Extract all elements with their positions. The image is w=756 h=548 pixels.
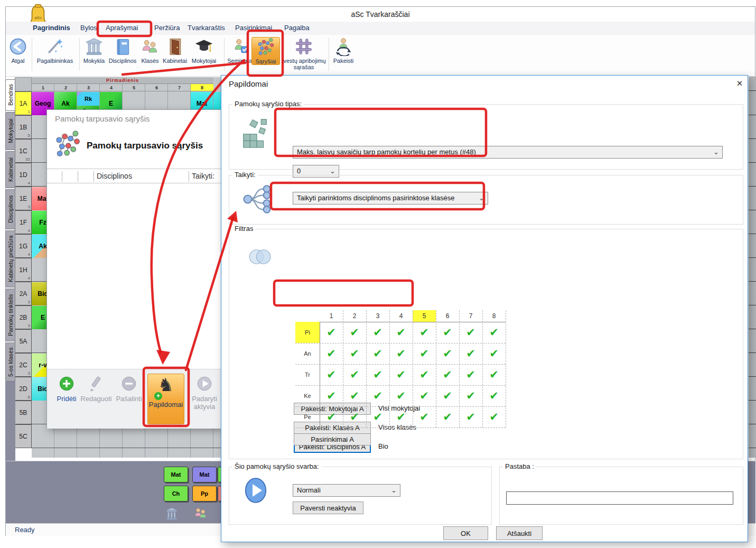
- class-cell-1f[interactable]: 1F4: [15, 210, 32, 234]
- menu-item-pagrindinis[interactable]: Pagrindinis: [33, 24, 70, 32]
- class-cell-5c[interactable]: 5C: [15, 424, 32, 448]
- grid-cell-pi-6[interactable]: ✔: [436, 322, 459, 343]
- grid-cell-tr-6[interactable]: ✔: [436, 364, 459, 385]
- grid-cell-tr-4[interactable]: ✔: [389, 364, 413, 385]
- grid-cell-pe-8[interactable]: ✔: [482, 406, 506, 428]
- class-cell-5a[interactable]: 5A: [15, 329, 32, 353]
- grid-col-header-4[interactable]: 4: [389, 310, 413, 322]
- menu-item-pasirinkimai[interactable]: Pasirinkimai: [235, 24, 272, 32]
- redaguoti-button[interactable]: Redaguoti: [79, 375, 114, 403]
- period-header-5[interactable]: 5: [123, 84, 145, 91]
- grid-cell-pe-6[interactable]: ✔: [436, 406, 459, 428]
- toolbar-button-mokykla[interactable]: Mokykla: [80, 37, 108, 64]
- grid-cell-pi-8[interactable]: ✔: [482, 322, 506, 343]
- column-header-disciplinos[interactable]: Disciplinos: [97, 172, 132, 180]
- grid-cell-pi-3[interactable]: ✔: [366, 322, 389, 343]
- deactivate-button[interactable]: Paversti neaktyvia: [293, 501, 363, 514]
- grid-cell-ke-1[interactable]: ✔: [320, 385, 343, 406]
- grid-col-header-2[interactable]: 2: [343, 310, 366, 322]
- grid-cell-pe-3[interactable]: ✔: [366, 406, 389, 428]
- grid-cell-ke-6[interactable]: ✔: [436, 385, 459, 406]
- grid-cell-ke-2[interactable]: ✔: [343, 385, 366, 406]
- period-header-1[interactable]: 1: [32, 84, 54, 91]
- grid-cell-an-2[interactable]: ✔: [343, 343, 366, 364]
- class-cell-1g[interactable]: 1G4: [15, 234, 32, 258]
- relations-empty-list[interactable]: [47, 183, 221, 369]
- grid-row-header-an[interactable]: An: [295, 343, 320, 364]
- class-cell-1h[interactable]: 1H4: [15, 258, 32, 282]
- close-icon[interactable]: ✕: [734, 78, 745, 89]
- grid-cell-ke-4[interactable]: ✔: [389, 385, 413, 406]
- toolbar-button-disciplinos[interactable]: Disciplinos: [106, 37, 139, 64]
- grid-cell-pi-5[interactable]: ✔: [413, 322, 436, 343]
- period-header-2[interactable]: 2: [54, 84, 77, 91]
- ok-button[interactable]: OK: [443, 526, 488, 540]
- grid-cell-an-4[interactable]: ✔: [389, 343, 413, 364]
- lesson-cell-top[interactable]: Rk: [77, 92, 99, 106]
- grid-row-header-pi[interactable]: Pi: [295, 322, 320, 343]
- column-header-taikyti[interactable]: Taikyti:: [192, 172, 214, 180]
- papildomai-button[interactable]: ♞+Papildomai: [147, 374, 184, 424]
- grid-col-header-6[interactable]: 6: [436, 310, 459, 322]
- card-mat-1[interactable]: Mat: [192, 467, 217, 482]
- sidebar-tab-kabinetai[interactable]: Kabinetai: [5, 151, 15, 188]
- period-header-3[interactable]: 3: [77, 84, 100, 91]
- grid-cell-an-8[interactable]: ✔: [482, 343, 506, 364]
- grid-cell-ke-3[interactable]: ✔: [366, 385, 389, 406]
- class-cell-1c[interactable]: 1C32: [15, 139, 32, 163]
- grid-col-header-1[interactable]: 1: [320, 310, 343, 322]
- grid-col-header-5[interactable]: 5: [413, 310, 436, 322]
- class-cell-5b[interactable]: 5B: [15, 401, 32, 424]
- period-header-8[interactable]: 8: [191, 84, 213, 91]
- grid-col-header-3[interactable]: 3: [366, 310, 389, 322]
- class-cell-1b[interactable]: 1B5: [15, 115, 32, 139]
- toolbar-button-klasės[interactable]: Klasės: [137, 37, 163, 64]
- class-cell-1e[interactable]: 1E3: [15, 187, 32, 210]
- menu-item-pagalba[interactable]: Pagalba: [284, 24, 310, 32]
- grid-col-header-8[interactable]: 8: [482, 310, 506, 322]
- grid-cell-tr-8[interactable]: ✔: [482, 364, 506, 385]
- toolbar-button-pagalbininkas[interactable]: Pagalbininkas: [33, 37, 77, 64]
- grid-cell-an-1[interactable]: ✔: [320, 343, 343, 364]
- grid-cell-pe-7[interactable]: ✔: [459, 406, 482, 428]
- sidebar-tab-mokytojai[interactable]: Mokytojai: [5, 112, 15, 150]
- grid-col-header-7[interactable]: 7: [459, 310, 482, 322]
- importance-dropdown[interactable]: Normali ⌄: [293, 484, 400, 497]
- toolbar-button-mokytojai[interactable]: Mokytojai: [188, 37, 220, 64]
- menu-item-bylos[interactable]: Bylos: [80, 24, 97, 32]
- grid-row-header-ke[interactable]: Ke: [295, 385, 320, 406]
- grid-cell-pe-1[interactable]: ✔: [320, 406, 343, 428]
- period-header-6[interactable]: 6: [145, 84, 168, 91]
- grid-cell-ke-5[interactable]: ✔: [413, 385, 436, 406]
- grid-cell-pi-7[interactable]: ✔: [459, 322, 482, 343]
- card-ch-2[interactable]: Ch: [164, 486, 188, 501]
- menu-item-peržiūra[interactable]: Peržiūra: [154, 24, 180, 32]
- menu-item-tvarkaraštis[interactable]: Tvarkaraštis: [188, 24, 225, 32]
- options-a-button[interactable]: Pasirinkimai A: [294, 433, 371, 445]
- grid-cell-pi-2[interactable]: ✔: [343, 322, 366, 343]
- menu-item-aprašymai[interactable]: Aprašymai: [106, 24, 138, 32]
- period-header-7[interactable]: 7: [168, 84, 191, 91]
- period-header-4[interactable]: 4: [100, 84, 123, 91]
- relation-type-dropdown[interactable]: Maks. laisvų savaičių tarp pamokų kortel…: [293, 146, 723, 159]
- padaryti-aktyvia-button[interactable]: Padarytiaktyvia: [189, 375, 220, 411]
- class-cell-2d[interactable]: 2D6: [15, 377, 32, 401]
- pridėti-button[interactable]: Pridėti: [54, 375, 79, 403]
- class-cell-1d[interactable]: 1D4: [15, 163, 32, 187]
- apply-dropdown[interactable]: Taikyti parinktoms disciplinoms pasirink…: [293, 192, 488, 205]
- grid-cell-an-5[interactable]: ✔: [413, 343, 436, 364]
- grid-cell-tr-7[interactable]: ✔: [459, 364, 482, 385]
- card-pp-3[interactable]: Pp: [192, 486, 217, 501]
- toolbar-button-sąryšiai[interactable]: Sąryšiai: [251, 37, 280, 65]
- grid-cell-ke-7[interactable]: ✔: [459, 385, 482, 406]
- grid-cell-tr-5[interactable]: ✔: [413, 364, 436, 385]
- toolbar-button-įvestų-apribojimų-sąrašas[interactable]: Įvestų apribojimųsąrašas: [279, 37, 328, 70]
- toolbar-button-pakeisti[interactable]: Pakeisti: [329, 37, 358, 64]
- class-cell-2b[interactable]: 2B3: [15, 305, 32, 329]
- grid-cell-tr-3[interactable]: ✔: [366, 364, 389, 385]
- class-cell-2c[interactable]: 2C3: [15, 353, 32, 377]
- cancel-button[interactable]: Atšaukti: [496, 526, 543, 540]
- grid-cell-pi-1[interactable]: ✔: [320, 322, 343, 343]
- sidebar-tab-5-os-klasės[interactable]: 5-os klasės: [5, 342, 15, 382]
- grid-row-header-tr[interactable]: Tr: [295, 364, 320, 385]
